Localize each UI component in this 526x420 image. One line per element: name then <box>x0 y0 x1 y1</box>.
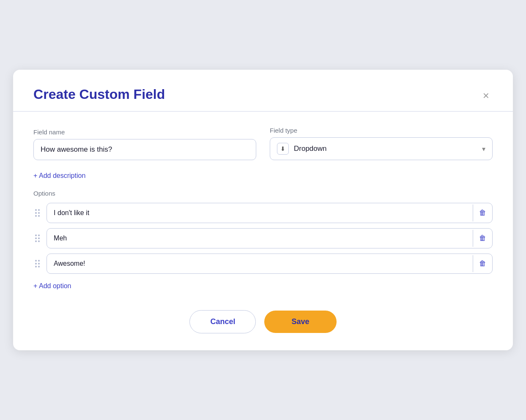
chevron-down-icon: ▾ <box>482 145 485 153</box>
drag-dot <box>35 263 37 265</box>
drag-dot <box>38 209 40 211</box>
field-form-row: Field name Field type ⬇ Dropdown ▾ <box>33 127 493 160</box>
option-input[interactable] <box>47 203 473 223</box>
trash-icon: 🗑 <box>479 234 486 243</box>
drag-dot <box>35 237 37 239</box>
drag-handle-grid <box>35 260 40 267</box>
close-button[interactable]: × <box>479 88 493 103</box>
drag-dot <box>35 266 37 267</box>
modal-footer: Cancel Save <box>33 310 493 333</box>
drag-handle[interactable] <box>33 258 41 269</box>
option-input-wrapper: 🗑 <box>47 254 493 274</box>
options-list: 🗑 <box>33 203 493 274</box>
drag-dot <box>38 260 40 262</box>
drag-dot <box>38 237 40 239</box>
option-input-wrapper: 🗑 <box>47 228 493 248</box>
option-row: 🗑 <box>33 203 493 223</box>
dropdown-icon-box: ⬇ <box>277 143 289 155</box>
drag-handle[interactable] <box>33 233 41 244</box>
add-description-link[interactable]: + Add description <box>33 172 85 180</box>
drag-dot <box>38 215 40 217</box>
field-name-group: Field name <box>33 128 256 160</box>
options-section-label: Options <box>33 190 493 197</box>
drag-dot <box>35 260 37 262</box>
trash-icon: 🗑 <box>479 259 486 268</box>
drag-dot <box>38 235 40 236</box>
drag-dot <box>35 212 37 214</box>
field-type-group: Field type ⬇ Dropdown ▾ <box>270 127 493 160</box>
drag-dot <box>38 263 40 265</box>
modal-header: Create Custom Field × <box>33 87 493 103</box>
option-input[interactable] <box>47 229 473 248</box>
drag-dot <box>35 235 37 236</box>
drag-dot <box>35 209 37 211</box>
dropdown-icon: ⬇ <box>280 145 285 152</box>
option-delete-button[interactable]: 🗑 <box>473 255 492 272</box>
drag-dot <box>35 215 37 217</box>
option-row: 🗑 <box>33 228 493 248</box>
modal-title: Create Custom Field <box>33 87 165 102</box>
drag-handle-grid <box>35 209 40 217</box>
option-row: 🗑 <box>33 254 493 274</box>
option-delete-button[interactable]: 🗑 <box>473 230 492 247</box>
option-delete-button[interactable]: 🗑 <box>473 205 492 221</box>
add-option-link[interactable]: + Add option <box>33 282 71 290</box>
drag-dot <box>38 212 40 214</box>
option-input-wrapper: 🗑 <box>47 203 493 223</box>
field-name-input[interactable] <box>33 139 256 160</box>
drag-dot <box>38 240 40 242</box>
cancel-button[interactable]: Cancel <box>189 310 256 333</box>
field-name-label: Field name <box>33 128 256 136</box>
option-input[interactable] <box>47 254 473 273</box>
field-type-label: Field type <box>270 127 493 134</box>
drag-dot <box>38 266 40 267</box>
save-button[interactable]: Save <box>264 311 336 333</box>
field-type-select[interactable]: ⬇ Dropdown ▾ <box>270 137 493 160</box>
header-divider <box>13 111 513 112</box>
drag-handle[interactable] <box>33 207 41 218</box>
modal-overlay: Create Custom Field × Field name Field t… <box>0 0 526 420</box>
drag-dot <box>35 240 37 242</box>
drag-handle-grid <box>35 235 40 242</box>
trash-icon: 🗑 <box>479 209 486 217</box>
create-custom-field-modal: Create Custom Field × Field name Field t… <box>13 70 513 350</box>
dropdown-label: Dropdown <box>294 145 482 153</box>
